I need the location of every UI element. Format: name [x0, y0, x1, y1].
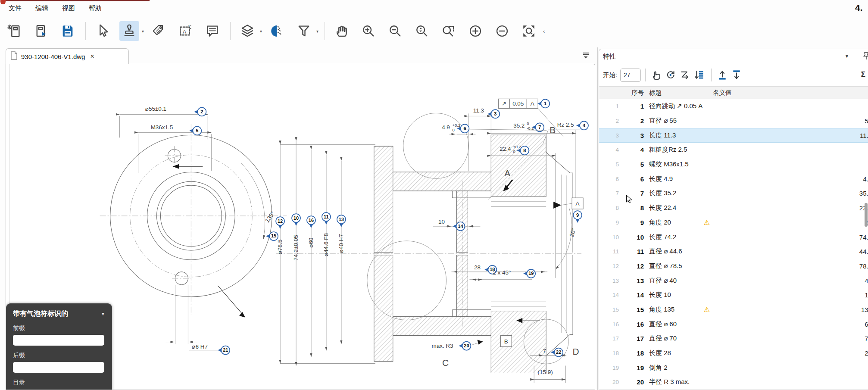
balloon-13[interactable]: 13 — [337, 215, 346, 227]
balloon-9[interactable]: 9 — [573, 211, 582, 223]
balloon-12[interactable]: 12 — [276, 217, 284, 229]
zoom-fit-button[interactable] — [519, 21, 539, 41]
table-row[interactable]: 99角度 20⚠20 — [599, 215, 868, 230]
column-header-title[interactable]: 标题 — [649, 89, 701, 97]
dim-len28[interactable]: 28 — [474, 264, 481, 271]
import-down-button[interactable] — [730, 69, 743, 81]
tag-button[interactable] — [149, 21, 169, 41]
dim-angle20[interactable]: 20° — [568, 228, 578, 238]
table-row[interactable]: 1818长度 2828 — [599, 346, 868, 361]
table-row[interactable]: 55螺纹 M36x1.5 — [599, 157, 868, 172]
table-row[interactable]: 1212直径 ⌀ 78.578.5 — [599, 259, 868, 274]
balloon-10[interactable]: 10 — [292, 214, 300, 226]
scrollbar-thumb[interactable] — [865, 203, 868, 227]
dim-dia6[interactable]: ⌀6 H7 — [192, 343, 208, 350]
table-row[interactable]: 1111直径 ⌀ 44.644.6 — [599, 244, 868, 259]
filter-button[interactable] — [294, 21, 314, 41]
menu-file[interactable]: 文件 — [9, 4, 22, 12]
balloon-1[interactable]: 1 — [537, 99, 550, 108]
mirror-button[interactable] — [267, 21, 287, 41]
balloon-14[interactable]: 14 — [453, 222, 465, 231]
table-row[interactable]: 77长度 35.235.2 — [599, 186, 868, 201]
stamp-dropdown-caret[interactable]: ▾ — [142, 29, 144, 34]
table-row[interactable]: 22直径 ⌀ 5555 — [599, 114, 868, 128]
balloon-3[interactable]: 3 — [487, 109, 500, 118]
dim-chamfer[interactable]: 2 x 45° — [493, 269, 511, 276]
document-tab[interactable]: 930-1200-406-V1.dwg × — [6, 48, 129, 64]
comment-button[interactable] — [203, 21, 222, 41]
sort-list-button[interactable] — [693, 69, 706, 81]
decrease-button[interactable] — [492, 21, 512, 41]
select-cursor-button[interactable] — [93, 21, 112, 41]
balloon-4[interactable]: 4 — [576, 121, 588, 130]
table-row[interactable]: 1919倒角 22 — [599, 360, 868, 375]
table-row[interactable]: 1010长度 74.274.2 — [599, 230, 868, 244]
layers-button[interactable] — [237, 21, 257, 41]
menu-edit[interactable]: 编辑 — [35, 4, 48, 12]
dim-len742[interactable]: 74.2±0.05 — [293, 235, 299, 261]
open-document-button[interactable] — [31, 21, 51, 41]
dim-len352[interactable]: 35.2 — [513, 122, 525, 129]
new-project-button[interactable] — [4, 21, 24, 41]
drawing-canvas[interactable]: ⌀55±0.1 2 M36x1.5 5 135° 15 — [6, 64, 595, 390]
dim-dia785[interactable]: ⌀78.5 — [277, 240, 283, 254]
dim-dia40[interactable]: ⌀40 H7 — [338, 234, 344, 253]
pick-hand-button[interactable] — [650, 69, 663, 81]
dim-len10[interactable]: 10 — [438, 218, 445, 225]
balloon-19[interactable]: 19 — [523, 269, 535, 278]
prefix-input[interactable] — [13, 335, 104, 346]
runout-value[interactable]: 0.05 — [512, 100, 524, 107]
pan-hand-button[interactable] — [332, 21, 352, 41]
zoom-window-button[interactable] — [439, 21, 459, 41]
menu-view[interactable]: 视图 — [62, 4, 75, 12]
table-row[interactable]: 66长度 4.94.9 — [599, 172, 868, 186]
toolbar-collapse-caret[interactable]: ‹ — [543, 28, 545, 34]
table-row[interactable]: 1616直径 ⌀ 6060 — [599, 317, 868, 331]
dim-len224[interactable]: 22.4 — [500, 146, 511, 152]
dim-len49[interactable]: 4.9 — [442, 124, 450, 131]
menu-help[interactable]: 帮助 — [89, 4, 102, 12]
tab-close-icon[interactable]: × — [90, 53, 94, 60]
renumber-button[interactable] — [664, 69, 677, 81]
dim-len7[interactable]: 7 — [543, 348, 546, 354]
dim-len113[interactable]: 11.3 — [473, 107, 484, 114]
dim-angle135[interactable]: 135° — [264, 210, 276, 224]
suffix-input[interactable] — [13, 362, 104, 373]
column-header-index[interactable]: 序号 — [599, 89, 644, 97]
properties-dropdown-caret[interactable]: ▼ — [845, 54, 849, 59]
pin-icon[interactable] — [862, 52, 868, 60]
start-number-input[interactable] — [620, 69, 641, 82]
dim-dia55[interactable]: ⌀55±0.1 — [145, 106, 166, 112]
layers-dropdown-caret[interactable]: ▾ — [260, 29, 262, 34]
table-row[interactable]: 1717直径 ⌀ 7070 — [599, 331, 868, 346]
stamp-button[interactable] — [119, 21, 139, 41]
table-row[interactable]: 1414长度 1010 — [599, 288, 868, 303]
sum-button[interactable]: Σ — [861, 70, 865, 79]
table-row[interactable]: 11径向跳动 ↗ 0.05 A — [599, 99, 868, 114]
dim-ref159[interactable]: (15.9) — [538, 369, 553, 376]
table-row[interactable]: 44粗糙度Rz 2.5 — [599, 143, 868, 157]
collapse-caret-icon[interactable]: ▼ — [101, 312, 105, 316]
balloon-11[interactable]: 11 — [322, 212, 331, 225]
balloon-15[interactable]: 15 — [266, 232, 278, 240]
save-button[interactable] — [58, 21, 78, 41]
zoom-out-button[interactable] — [385, 21, 405, 41]
table-row[interactable]: 2020半径 R 3 max. — [599, 375, 868, 390]
balloon-21[interactable]: 21 — [218, 346, 230, 355]
export-up-button[interactable] — [716, 69, 729, 81]
capture-region-button[interactable]: A 1 — [176, 21, 196, 41]
balloon-16[interactable]: 16 — [307, 216, 315, 228]
dim-rz[interactable]: Rz 2.5 — [557, 122, 574, 128]
dim-dia446[interactable]: ⌀44.6 F8 — [323, 233, 329, 256]
zigzag-order-button[interactable] — [678, 69, 691, 81]
table-row[interactable]: 88长度 22.422.4 — [599, 201, 868, 215]
dim-radius-max[interactable]: max. R3 — [431, 343, 453, 349]
column-header-nominal[interactable]: 名义值 — [713, 89, 868, 97]
table-row[interactable]: 1515角度 135⚠135 — [599, 303, 868, 317]
balloon-20[interactable]: 20 — [459, 342, 471, 350]
increase-button[interactable] — [465, 21, 485, 41]
filter-dropdown-caret[interactable]: ▾ — [316, 29, 318, 34]
tab-list-dropdown[interactable] — [582, 51, 593, 62]
balloon-2[interactable]: 2 — [194, 107, 206, 116]
dim-thread[interactable]: M36x1.5 — [151, 124, 173, 131]
